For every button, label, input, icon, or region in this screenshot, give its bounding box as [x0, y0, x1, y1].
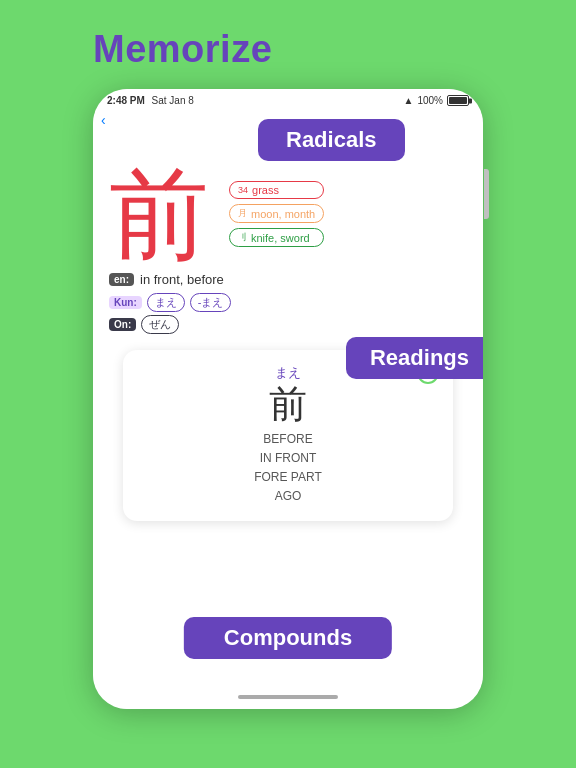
kanji-red-part: 前	[109, 158, 209, 270]
device-screen: 2:48 PM Sat Jan 8 ▲ 100% ‹	[93, 89, 483, 709]
kanji-section: 前 34 grass 月 moon, month 刂 knife, sword	[93, 150, 483, 264]
on-line: On: ぜん	[109, 315, 467, 334]
readings-badge: Readings	[346, 337, 483, 379]
meaning-4: AGO	[139, 487, 437, 506]
readings-section: Kun: まえ -まえ On: ぜん	[93, 291, 483, 336]
battery-fill	[449, 97, 467, 104]
card-kanji: 前	[139, 384, 437, 426]
kun-reading-2[interactable]: -まえ	[190, 293, 232, 312]
radicals-badge: Radicals	[258, 119, 405, 161]
kanji-character: 前	[109, 164, 209, 264]
page-background: Memorize 2:48 PM Sat Jan 8 ▲ 100%	[93, 0, 483, 709]
card-meanings: BEFORE IN FRONT FORE PART AGO	[139, 430, 437, 507]
back-button[interactable]: ‹	[93, 110, 114, 130]
radical-grass: 34 grass	[229, 181, 324, 199]
kun-line: Kun: まえ -まえ	[109, 293, 467, 312]
status-date: Sat Jan 8	[152, 95, 194, 106]
meaning-3: FORE PART	[139, 468, 437, 487]
compounds-badge: Compounds	[184, 617, 392, 659]
kun-label: Kun:	[109, 296, 142, 309]
meaning-2: IN FRONT	[139, 449, 437, 468]
status-icons: ▲ 100%	[404, 95, 469, 106]
page-title: Memorize	[93, 28, 483, 71]
status-bar: 2:48 PM Sat Jan 8 ▲ 100%	[93, 89, 483, 110]
en-label: en:	[109, 273, 134, 286]
battery-icon	[447, 95, 469, 106]
back-chevron-icon: ‹	[101, 112, 106, 128]
meaning-1: BEFORE	[139, 430, 437, 449]
on-reading-1[interactable]: ぜん	[141, 315, 179, 334]
home-indicator	[238, 695, 338, 699]
wifi-icon: ▲	[404, 95, 414, 106]
radicals-list: 34 grass 月 moon, month 刂 knife, sword	[229, 181, 324, 247]
status-time: 2:48 PM	[107, 95, 145, 106]
radical-moon: 月 moon, month	[229, 204, 324, 223]
english-meaning: in front, before	[140, 272, 224, 287]
radical-knife: 刂 knife, sword	[229, 228, 324, 247]
device-frame: 2:48 PM Sat Jan 8 ▲ 100% ‹	[93, 89, 483, 709]
status-time-date: 2:48 PM Sat Jan 8	[107, 95, 194, 106]
kun-reading-1[interactable]: まえ	[147, 293, 185, 312]
battery-label: 100%	[417, 95, 443, 106]
on-label: On:	[109, 318, 136, 331]
